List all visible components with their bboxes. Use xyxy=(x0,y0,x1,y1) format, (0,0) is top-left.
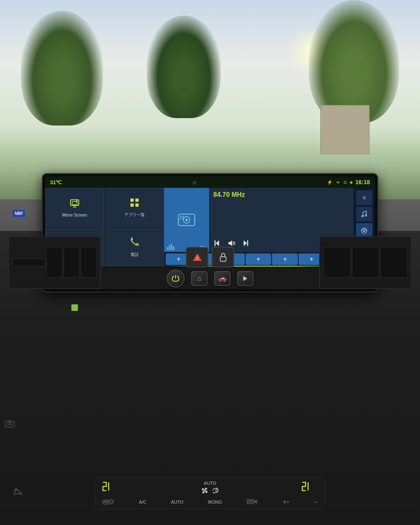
svg-rect-1 xyxy=(72,201,77,205)
auto-bottom-label: AUTO xyxy=(171,500,183,504)
seat-heat-icon xyxy=(13,487,23,499)
radio-icon xyxy=(176,209,197,231)
climate-controls: AUTO xyxy=(95,477,325,509)
svg-point-23 xyxy=(365,215,367,216)
phone-label: 電話 xyxy=(130,252,139,258)
bluetooth-icon: ⚡ xyxy=(327,180,333,185)
climate-right-temp xyxy=(301,481,318,496)
climate-center-icons xyxy=(201,487,219,495)
tree-center xyxy=(147,16,221,118)
car-mode-button[interactable]: 🚗 xyxy=(214,271,231,286)
svg-rect-21 xyxy=(247,240,249,246)
svg-rect-39 xyxy=(247,500,254,504)
svg-marker-25 xyxy=(363,230,366,232)
left-vent xyxy=(8,236,100,289)
right-vent xyxy=(319,236,411,289)
green-indicator xyxy=(71,304,78,311)
gps-icon: ⊙ xyxy=(343,180,347,185)
svg-rect-12 xyxy=(180,216,184,219)
signal-bar-1 xyxy=(167,247,168,250)
building xyxy=(320,105,370,154)
wiper-controls xyxy=(4,418,16,431)
ac-label: A/C xyxy=(139,500,146,504)
phone-icon xyxy=(129,237,140,250)
vent-blade-4 xyxy=(323,247,350,278)
svg-marker-20 xyxy=(244,240,247,246)
sidebar-music-button[interactable] xyxy=(356,207,372,221)
phone-button[interactable]: 電話 xyxy=(105,228,164,267)
recirculate-icon xyxy=(212,487,219,495)
mirror-screen-button[interactable]: Mirror Screen xyxy=(45,188,104,227)
vent-blade-1 xyxy=(46,247,62,278)
wifi-icon xyxy=(335,179,341,185)
app-list-icon xyxy=(129,197,140,210)
nbf-sign: NBF xyxy=(13,210,25,217)
status-icons: ⚡ ⊙ ◈ 16:18 xyxy=(327,179,370,185)
tree-left xyxy=(21,11,103,126)
svg-marker-15 xyxy=(216,240,219,246)
climate-left-temp xyxy=(102,481,119,496)
sidebar-radio-button[interactable] xyxy=(356,223,372,238)
rear-vent-icon xyxy=(247,498,258,506)
climate-bottom-row: A/C AUTO MONO ✳+ ≈- xyxy=(102,498,318,506)
signal-bars xyxy=(167,244,174,250)
lock-button[interactable] xyxy=(212,247,234,267)
mirror-screen-icon xyxy=(69,197,80,211)
fan-speed-icon: ✳+ xyxy=(283,499,290,505)
preset-btn-4[interactable]: + xyxy=(246,253,272,265)
svg-rect-5 xyxy=(135,199,139,202)
climate-center: AUTO xyxy=(201,481,219,495)
signal-bar-2 xyxy=(169,245,170,250)
svg-point-33 xyxy=(204,490,205,491)
temperature-display: 31℃ xyxy=(50,179,62,185)
climate-top-row: AUTO xyxy=(102,481,318,496)
svg-rect-31 xyxy=(220,257,226,261)
mirror-screen-label: Mirror Screen xyxy=(62,213,87,217)
vent-blade-6 xyxy=(380,247,407,278)
settings-status-icon: ◈ xyxy=(349,180,353,185)
media-button[interactable] xyxy=(237,271,253,286)
center-control-buttons: ! xyxy=(186,247,234,267)
hazard-button[interactable]: ! xyxy=(186,247,208,267)
svg-point-22 xyxy=(362,215,363,217)
app-list-label: アプリ一覧 xyxy=(124,212,145,218)
svg-point-11 xyxy=(185,219,188,221)
svg-rect-16 xyxy=(215,240,216,246)
next-track-button[interactable] xyxy=(242,240,249,249)
auto-label: AUTO xyxy=(204,481,216,486)
defrost-rear-icon xyxy=(102,498,114,506)
svg-rect-7 xyxy=(135,203,139,207)
signal-bar-4 xyxy=(173,246,174,250)
radio-album-art: FM xyxy=(164,188,209,252)
tree-right xyxy=(309,0,399,123)
sidebar-menu-button[interactable]: ≡ xyxy=(356,190,372,205)
card-slot xyxy=(12,258,45,267)
status-bar: 31℃ ⌂ ⚡ ⊙ ◈ 16:18 xyxy=(45,176,375,188)
clock-display: 16:18 xyxy=(355,179,370,185)
signal-bar-3 xyxy=(171,244,172,250)
temp-minus-icon: ≈- xyxy=(314,500,318,504)
svg-rect-6 xyxy=(130,203,134,207)
svg-rect-36 xyxy=(103,500,110,504)
app-list-button[interactable]: アプリ一覧 xyxy=(105,188,164,227)
home-button[interactable]: ⌂ xyxy=(191,271,208,286)
vent-blade-3 xyxy=(81,247,97,278)
vent-blade-5 xyxy=(352,247,379,278)
home-icon: ⌂ xyxy=(193,179,196,185)
svg-rect-4 xyxy=(130,199,134,202)
radio-frequency: 84.70 MHz xyxy=(213,191,350,199)
mono-label: MONO xyxy=(208,500,222,504)
power-knob[interactable] xyxy=(167,269,185,288)
svg-text:!: ! xyxy=(196,256,198,261)
preset-btn-5[interactable]: + xyxy=(272,253,298,265)
svg-marker-17 xyxy=(228,240,232,246)
svg-marker-28 xyxy=(243,276,247,281)
svg-point-45 xyxy=(15,488,17,490)
fan-icon xyxy=(201,487,208,495)
vent-blade-2 xyxy=(64,247,80,278)
